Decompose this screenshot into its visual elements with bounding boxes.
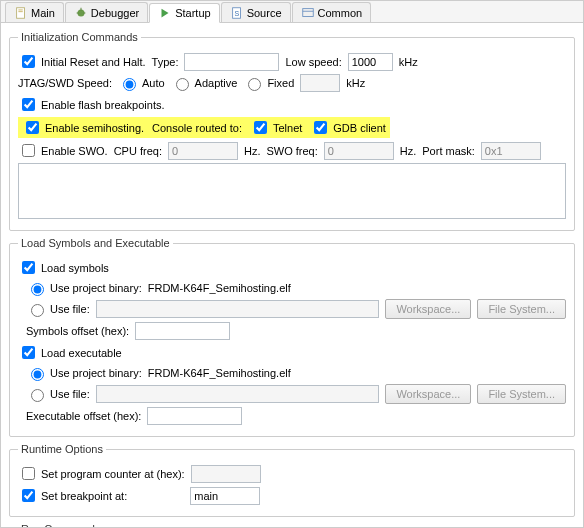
initialization-legend: Initialization Commands — [18, 31, 141, 43]
svg-text:S: S — [234, 9, 239, 16]
symbols-project-binary-radio[interactable]: Use project binary: — [26, 280, 142, 296]
console-routed-label: Console routed to: — [152, 122, 242, 134]
exec-offset-input[interactable] — [147, 407, 242, 425]
run-icon — [158, 6, 172, 20]
exec-offset-label: Executable offset (hex): — [26, 410, 141, 422]
exec-filesystem-button[interactable]: File System... — [477, 384, 566, 404]
exec-binary-name: FRDM-K64F_Semihosting.elf — [148, 367, 291, 379]
svg-rect-0 — [17, 7, 25, 18]
svg-rect-2 — [18, 11, 22, 12]
swo-freq-input[interactable] — [324, 142, 394, 160]
run-group: Run Commands Pre-run reset and halt. Typ… — [9, 523, 575, 528]
run-legend: Run Commands — [18, 523, 103, 528]
port-mask-input[interactable] — [481, 142, 541, 160]
tab-main[interactable]: Main — [5, 2, 64, 22]
tab-startup-label: Startup — [175, 7, 210, 19]
type-input[interactable] — [184, 53, 279, 71]
low-speed-unit: kHz — [399, 56, 418, 68]
enable-swo-checkbox[interactable]: Enable SWO. — [18, 141, 108, 160]
telnet-checkbox[interactable]: Telnet — [250, 118, 302, 137]
speed-auto-radio[interactable]: Auto — [118, 75, 165, 91]
cpu-freq-input[interactable] — [168, 142, 238, 160]
semihosting-checkbox[interactable]: Enable semihosting. — [22, 118, 144, 137]
tab-debugger[interactable]: Debugger — [65, 2, 148, 22]
exec-use-file-radio[interactable]: Use file: — [26, 386, 90, 402]
port-mask-label: Port mask: — [422, 145, 475, 157]
svg-rect-10 — [302, 8, 313, 16]
set-pc-checkbox[interactable]: Set program counter at (hex): — [18, 464, 185, 483]
cpu-freq-label: CPU freq: — [114, 145, 162, 157]
bp-input[interactable] — [190, 487, 260, 505]
content-area: Initialization Commands Initial Reset an… — [1, 23, 583, 528]
source-icon: S — [230, 6, 244, 20]
tab-source-label: Source — [247, 7, 282, 19]
fixed-speed-input[interactable] — [300, 74, 340, 92]
svg-marker-7 — [162, 9, 169, 18]
symbols-binary-name: FRDM-K64F_Semihosting.elf — [148, 282, 291, 294]
swo-freq-label: SWO freq: — [266, 145, 317, 157]
hz2-label: Hz. — [400, 145, 417, 157]
jtag-speed-label: JTAG/SWD Speed: — [18, 77, 112, 89]
low-speed-label: Low speed: — [285, 56, 341, 68]
symbols-file-input[interactable] — [96, 300, 380, 318]
tab-bar: Main Debugger Startup S Source Common — [1, 1, 583, 23]
semihosting-highlight: Enable semihosting. Console routed to: T… — [18, 117, 390, 138]
load-legend: Load Symbols and Executable — [18, 237, 173, 249]
set-bp-checkbox[interactable]: Set breakpoint at: — [18, 486, 127, 505]
symbols-filesystem-button[interactable]: File System... — [477, 299, 566, 319]
svg-rect-1 — [18, 9, 22, 10]
symbols-workspace-button[interactable]: Workspace... — [385, 299, 471, 319]
load-exec-checkbox[interactable]: Load executable — [18, 343, 122, 362]
exec-file-input[interactable] — [96, 385, 380, 403]
common-icon — [301, 6, 315, 20]
pc-input[interactable] — [191, 465, 261, 483]
symbols-use-file-radio[interactable]: Use file: — [26, 301, 90, 317]
tab-common[interactable]: Common — [292, 2, 372, 22]
initial-reset-checkbox[interactable]: Initial Reset and Halt. — [18, 52, 146, 71]
runtime-group: Runtime Options Set program counter at (… — [9, 443, 575, 517]
symbols-offset-label: Symbols offset (hex): — [26, 325, 129, 337]
flash-bp-checkbox[interactable]: Enable flash breakpoints. — [18, 95, 165, 114]
init-commands-textarea[interactable] — [18, 163, 566, 219]
fixed-speed-unit: kHz — [346, 77, 365, 89]
exec-project-binary-radio[interactable]: Use project binary: — [26, 365, 142, 381]
runtime-legend: Runtime Options — [18, 443, 106, 455]
type-label: Type: — [152, 56, 179, 68]
low-speed-input[interactable] — [348, 53, 393, 71]
exec-workspace-button[interactable]: Workspace... — [385, 384, 471, 404]
tab-main-label: Main — [31, 7, 55, 19]
initialization-group: Initialization Commands Initial Reset an… — [9, 31, 575, 231]
tab-debugger-label: Debugger — [91, 7, 139, 19]
tab-common-label: Common — [318, 7, 363, 19]
load-symbols-checkbox[interactable]: Load symbols — [18, 258, 109, 277]
svg-point-3 — [77, 9, 84, 16]
speed-fixed-radio[interactable]: Fixed — [243, 75, 294, 91]
document-icon — [14, 6, 28, 20]
speed-adaptive-radio[interactable]: Adaptive — [171, 75, 238, 91]
bug-icon — [74, 6, 88, 20]
tab-startup[interactable]: Startup — [149, 3, 219, 23]
gdb-client-checkbox[interactable]: GDB client — [310, 118, 386, 137]
symbols-offset-input[interactable] — [135, 322, 230, 340]
tab-source[interactable]: S Source — [221, 2, 291, 22]
load-group: Load Symbols and Executable Load symbols… — [9, 237, 575, 437]
hz1-label: Hz. — [244, 145, 261, 157]
